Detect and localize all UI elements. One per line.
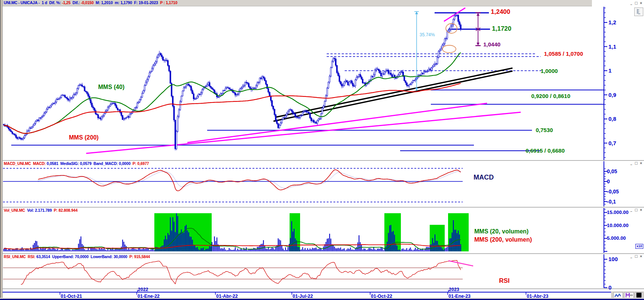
axis-tick-label: 0,9 [608, 92, 616, 98]
symbol-title: UNI.MC - UNICAJA - 1 d Dif. %: [4, 0, 62, 5]
level-label-10585-10700: 1,0585 / 1,0700 [544, 50, 583, 57]
axis-tick-label: 01-Oct-21 [61, 294, 82, 299]
axis-tick-label: 01-Ene-22 [137, 294, 160, 299]
axis-tick-label: 0 [608, 284, 611, 291]
maximize-icon[interactable]: □ [634, 208, 638, 212]
axis-tick-label: 2022 [138, 287, 148, 292]
close-icon[interactable]: × [639, 1, 643, 6]
main-chart-header: UNI.MC - UNICAJA - 1 d Dif. %: -1,25 Dif… [3, 0, 592, 6]
floppy-disk-icon [625, 293, 633, 298]
rsi-p: P: 915,5844 [129, 254, 150, 259]
minimize-icon[interactable]: _ [629, 1, 633, 6]
macd-label: MACD [474, 174, 494, 181]
macd-window-controls: _□× [628, 161, 643, 166]
level-label-07530: 0,7530 [536, 127, 553, 133]
axis-tick-label: 0,05 [607, 168, 617, 174]
level-label-12400: 1,2400 [491, 8, 510, 16]
macd-name: MACD_UNI.MC MACD: [4, 161, 47, 166]
axis-tick-label: 2023 [449, 287, 459, 292]
close-icon[interactable]: × [639, 254, 643, 259]
minimize-icon[interactable]: _ [629, 208, 633, 212]
axis-tick-label: 1,1 [608, 43, 616, 50]
ohlc-values: M: 1,2010 m: 1,1790 F: 19-01-2023 [94, 0, 160, 5]
rsi-window-controls: _□× [628, 254, 643, 259]
volume-window-controls: _□× [628, 208, 643, 212]
macd-values: 0,0581 MediaSIG: 0,0579 Band_MACD: 0,000… [47, 161, 133, 166]
level-label-10000: 1,0000 [541, 68, 558, 74]
percent-measure-label: 35.74% [420, 32, 435, 37]
close-icon[interactable]: × [639, 208, 643, 212]
level-label-06915-06680: 0,6915 / 0,6680 [526, 147, 565, 154]
volume-scale-multiplier: x10 [635, 244, 643, 249]
main-window-controls: _□× [628, 1, 643, 6]
minimize-icon[interactable]: _ [629, 161, 633, 166]
axis-tick-label: 10.000.00 [607, 223, 629, 228]
axis-tick-label: 1,2 [608, 19, 616, 25]
dif-pct-value: -1,25 [62, 0, 70, 5]
axis-tick-label: 100 [608, 256, 618, 262]
axis-tick-label: 01-Jul-22 [293, 294, 313, 299]
level-label-11720: 1,1720 [492, 25, 511, 33]
vol-p: P: 82.808.944 [54, 208, 78, 212]
window-edge [0, 0, 3, 300]
macd-panel-header: MACD_UNI.MC MACD: 0,0581 MediaSIG: 0,057… [4, 161, 149, 166]
axis-tick-label: 0 [607, 178, 610, 184]
close-icon[interactable]: × [639, 161, 643, 166]
axis-tick-label: 0,8 [608, 116, 616, 122]
volume-panel-header: Vol_UNI.MC Vol: 2.171.789 P: 82.808.944 [4, 208, 78, 212]
dif-value: -0,0150 [81, 0, 94, 5]
rsi-values: 63,3514 UpperBand: 70,0000 LowerBand: 30… [36, 254, 129, 259]
mms40-label: MMS (40) [98, 84, 124, 91]
level-label-09200-08610: 0,9200 / 0,8610 [531, 93, 570, 99]
axis-tick-label: 01-Abr-22 [216, 294, 238, 299]
mms20-volume-label: MMS (20, volumen) [474, 228, 529, 235]
black-square-icon [636, 293, 642, 298]
axis-tick-label: 01-Abr-23 [527, 294, 548, 299]
visual-chart-window: UNI.MC - UNICAJA - 1 d Dif. %: -1,25 Dif… [0, 0, 644, 300]
vol-name: Vol_UNI.MC [4, 208, 27, 212]
axis-tick-label: 01-Ene-23 [448, 294, 471, 299]
axis-tick-label: -0,05 [607, 189, 619, 195]
level-label-10440: 1,0440 [483, 41, 501, 48]
axis-ruler-glyph [635, 8, 643, 15]
dif-label: Dif.: [70, 0, 81, 5]
vol-values: Vol: 2.171.789 [27, 208, 54, 212]
axis-tick-label: 0,7 [608, 140, 616, 146]
minimize-icon[interactable]: _ [629, 254, 633, 259]
axis-tick-label: 15.000.00 [607, 209, 629, 215]
axis-tick-label: 1 [608, 67, 611, 74]
mms200-label: MMS (200) [69, 134, 99, 141]
maximize-icon[interactable]: □ [634, 254, 638, 259]
macd-p: P: 0,6977 [133, 161, 149, 166]
maximize-icon[interactable]: □ [634, 1, 638, 6]
last-price: P : 1,1710 [160, 0, 177, 5]
axis-tick-label: -0,1 [607, 199, 616, 205]
axis-tick-label: 01-Oct-22 [371, 294, 392, 299]
axis-tick-label: 5.000.00 [607, 235, 626, 241]
zigzag-icon [614, 293, 622, 298]
rsi-label: RSI [499, 277, 510, 285]
axis-scale-icon[interactable] [634, 7, 643, 16]
mms200-volume-label: MMS (200, volumen) [474, 236, 532, 243]
maximize-icon[interactable]: □ [634, 161, 638, 166]
rsi-name: RSI_UNI.MC RSI: [4, 254, 36, 259]
rsi-panel-header: RSI_UNI.MC RSI: 63,3514 UpperBand: 70,00… [4, 254, 150, 259]
